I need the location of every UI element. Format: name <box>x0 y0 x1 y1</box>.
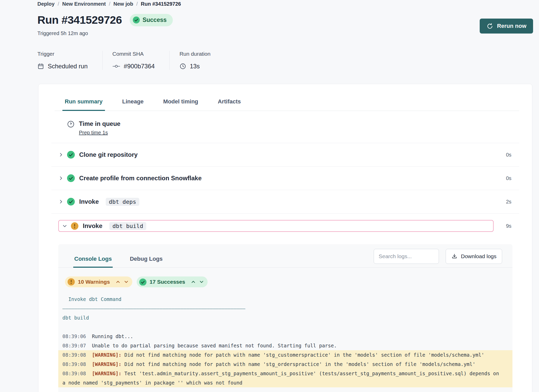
log-line: 08:39:07 Unable to do partial parsing be… <box>62 341 507 350</box>
step-row[interactable]: Clone git repository0s <box>51 143 519 167</box>
meta-trigger: Trigger Scheduled run <box>37 51 102 70</box>
console-log-output: Invoke dbt Command——————————————————————… <box>62 295 507 387</box>
logs-panel: Console Logs Debug Logs Download logs 10… <box>58 244 512 392</box>
calendar-icon <box>37 63 44 70</box>
step-row[interactable]: Invokedbt build9s <box>51 214 519 232</box>
run-meta: Trigger Scheduled run Commit SHA #900b73… <box>37 51 539 70</box>
tab-artifacts[interactable]: Artifacts <box>216 98 243 111</box>
meta-duration: Run duration 13s <box>169 51 225 70</box>
breadcrumb-current: Run #341529726 <box>141 1 181 7</box>
rerun-label: Rerun now <box>497 23 526 29</box>
log-line: ————————————————————————————————————————… <box>62 304 507 313</box>
step-command-chip: dbt build <box>109 222 146 230</box>
page-header: Deploy/New Environment/New job/Run #3415… <box>0 0 539 36</box>
badge-label: 17 Successes <box>150 279 185 285</box>
download-label: Download logs <box>461 253 496 259</box>
download-logs-button[interactable]: Download logs <box>446 249 502 264</box>
step-title: Invoke <box>83 222 102 230</box>
refresh-icon <box>486 23 493 30</box>
meta-label: Run duration <box>179 51 210 57</box>
breadcrumb-link[interactable]: New job <box>113 1 133 7</box>
step-command-chip: dbt deps <box>106 198 139 206</box>
success-check-icon <box>67 198 75 206</box>
success-check-icon <box>67 151 75 159</box>
step-expanded-box: Invokedbt build <box>58 220 494 232</box>
success-check-icon <box>139 278 146 285</box>
tab-model-timing[interactable]: Model timing <box>161 98 201 111</box>
chevron-right-icon[interactable] <box>59 176 63 181</box>
chevron-down-icon[interactable] <box>124 281 128 283</box>
log-line: dbt build <box>62 313 507 322</box>
steps-list: Clone git repository0sCreate profile fro… <box>38 143 532 232</box>
chevron-right-icon[interactable] <box>59 199 63 204</box>
chevron-up-icon[interactable] <box>191 281 195 283</box>
meta-label: Trigger <box>37 51 88 57</box>
warning-icon <box>68 278 75 285</box>
tab-run-summary[interactable]: Run summary <box>62 98 105 111</box>
chevron-right-icon[interactable] <box>59 152 63 157</box>
search-logs-input[interactable] <box>374 249 439 264</box>
clock-icon <box>179 63 186 70</box>
step-row[interactable]: Create profile from connection Snowflake… <box>51 167 519 190</box>
tab-lineage[interactable]: Lineage <box>120 98 146 111</box>
logs-header: Console Logs Debug Logs Download logs <box>58 244 512 268</box>
badge-label: 10 Warnings <box>78 279 110 285</box>
breadcrumb-separator: / <box>136 1 138 7</box>
meta-commit: Commit SHA #900b7364 <box>102 51 169 70</box>
success-check-icon <box>133 17 140 23</box>
step-row[interactable]: Invokedbt deps2s <box>51 190 519 214</box>
log-line: 08:39:08 [WARNING]: Did not find matchin… <box>58 350 512 360</box>
meta-value: Scheduled run <box>48 63 88 70</box>
breadcrumb-link[interactable]: Deploy <box>37 1 55 7</box>
log-line: 08:39:08 [WARNING]: Test 'test.admin_mat… <box>58 369 512 387</box>
step-title: Clone git repository <box>79 151 138 158</box>
log-line: Invoke dbt Command <box>62 295 507 304</box>
successs-badge[interactable]: 17 Successes <box>137 276 208 287</box>
warnings-badge[interactable]: 10 Warnings <box>65 276 132 287</box>
tab-console-logs[interactable]: Console Logs <box>73 249 113 267</box>
step-duration: 0s <box>506 152 511 158</box>
title-row: Run #341529726 Success <box>37 14 533 26</box>
breadcrumb-link[interactable]: New Environment <box>62 1 106 7</box>
chevron-down-icon[interactable] <box>200 281 203 283</box>
success-check-icon <box>67 174 75 182</box>
time-in-queue-row: Time in queue Prep time 1s <box>51 111 519 143</box>
log-tabs: Console Logs Debug Logs <box>73 249 164 267</box>
meta-label: Commit SHA <box>112 51 155 57</box>
clock-icon <box>67 120 75 128</box>
run-summary-card: Run summaryLineageModel timingArtifacts … <box>38 84 532 392</box>
triggered-text: Triggered 5h 12m ago <box>37 30 533 36</box>
download-icon <box>451 253 458 259</box>
log-line: 08:39:08 [WARNING]: Did not find matchin… <box>58 360 512 369</box>
step-duration: 0s <box>506 175 511 181</box>
main-tabs: Run summaryLineageModel timingArtifacts <box>55 98 519 111</box>
tab-debug-logs[interactable]: Debug Logs <box>129 249 164 267</box>
breadcrumb-separator: / <box>109 1 110 7</box>
breadcrumb: Deploy/New Environment/New job/Run #3415… <box>37 1 533 7</box>
warning-icon <box>71 222 78 230</box>
page-title: Run #341529726 <box>37 14 122 26</box>
chevron-up-icon[interactable] <box>116 281 120 283</box>
meta-value: #900b7364 <box>124 63 155 70</box>
meta-value: 13s <box>190 63 200 70</box>
breadcrumb-separator: / <box>58 1 59 7</box>
chevron-down-icon[interactable] <box>62 224 67 228</box>
log-line <box>62 322 507 332</box>
step-duration: 9s <box>497 223 511 229</box>
commit-icon <box>112 64 120 69</box>
queue-title: Time in queue <box>79 120 120 127</box>
log-filter-badges: 10 Warnings17 Successes <box>65 276 507 287</box>
status-badge: Success <box>130 14 173 26</box>
step-title: Invoke <box>79 198 99 205</box>
step-duration: 2s <box>506 199 511 205</box>
status-label: Success <box>143 17 167 23</box>
rerun-now-button[interactable]: Rerun now <box>480 19 533 34</box>
log-line: 08:39:06 Running dbt... <box>62 332 507 341</box>
step-title: Create profile from connection Snowflake <box>79 175 202 182</box>
prep-time-link[interactable]: Prep time 1s <box>79 130 108 136</box>
